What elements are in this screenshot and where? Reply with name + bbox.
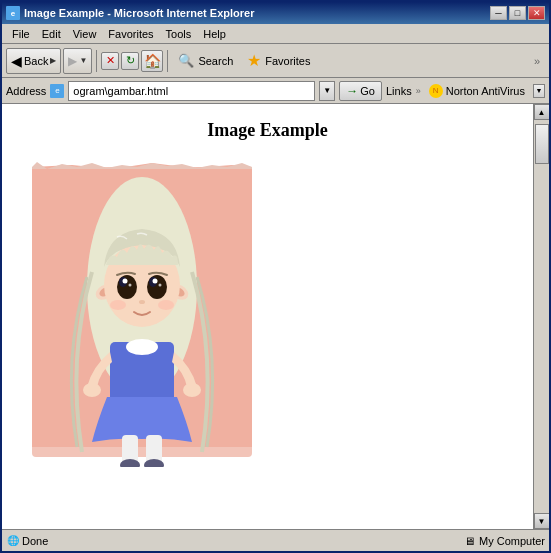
links-more-icon[interactable]: » (416, 86, 421, 96)
norton-label: Norton AntiVirus (446, 85, 525, 97)
computer-icon: 🖥 (464, 535, 475, 547)
status-right: 🖥 My Computer (464, 535, 545, 547)
scroll-thumb[interactable] (535, 124, 549, 164)
content-area[interactable]: Image Example (2, 104, 533, 529)
toolbar-separator-1 (96, 50, 97, 72)
svg-point-17 (129, 284, 132, 287)
stop-icon: ✕ (106, 54, 115, 67)
svg-point-5 (126, 339, 158, 355)
home-button[interactable]: 🏠 (141, 50, 163, 72)
status-text: Done (22, 535, 462, 547)
forward-dropdown-icon: ▼ (79, 56, 87, 65)
title-buttons: ─ □ ✕ (490, 6, 545, 20)
favorites-star-icon: ★ (247, 51, 261, 70)
svg-point-12 (147, 275, 167, 299)
scroll-up-arrow[interactable]: ▲ (534, 104, 550, 120)
menu-view[interactable]: View (67, 26, 103, 42)
page-content: Image Example (2, 104, 533, 483)
menu-favorites[interactable]: Favorites (102, 26, 159, 42)
anime-svg (22, 157, 262, 467)
close-button[interactable]: ✕ (528, 6, 545, 20)
norton-icon: N (429, 84, 443, 98)
svg-point-11 (117, 275, 137, 299)
norton-antivirus-button[interactable]: N Norton AntiVirus (425, 83, 529, 99)
title-bar-left: e Image Example - Microsoft Internet Exp… (6, 6, 254, 20)
refresh-button[interactable]: ↻ (121, 52, 139, 70)
title-bar: e Image Example - Microsoft Internet Exp… (2, 2, 549, 24)
status-icon: 🌐 (6, 534, 20, 548)
svg-point-19 (139, 300, 145, 304)
links-label: Links (386, 85, 412, 97)
search-icon: 🔍 (178, 53, 194, 68)
forward-arrow-icon: ▶ (68, 54, 77, 68)
computer-label: My Computer (479, 535, 545, 547)
links-area: Links » (386, 85, 421, 97)
address-dropdown[interactable]: ▼ (319, 81, 335, 101)
norton-dropdown-icon: ▼ (536, 87, 543, 94)
menu-tools[interactable]: Tools (160, 26, 198, 42)
address-input[interactable]: ogram\gambar.html (68, 81, 315, 101)
go-button[interactable]: → Go (339, 81, 382, 101)
maximize-button[interactable]: □ (509, 6, 526, 20)
svg-point-23 (183, 383, 201, 397)
toolbar-separator-2 (167, 50, 168, 72)
svg-point-18 (159, 284, 162, 287)
scroll-track[interactable] (534, 120, 550, 513)
toolbar-more[interactable]: » (529, 53, 545, 69)
status-bar: 🌐 Done 🖥 My Computer (2, 529, 549, 551)
stop-button[interactable]: ✕ (101, 52, 119, 70)
content-wrapper: Image Example (2, 104, 549, 529)
go-label: Go (360, 85, 375, 97)
minimize-button[interactable]: ─ (490, 6, 507, 20)
address-page-icon: e (50, 84, 64, 98)
svg-point-16 (153, 279, 158, 284)
ie-icon: e (6, 6, 20, 20)
svg-point-21 (158, 300, 174, 310)
search-label: Search (198, 55, 233, 67)
vertical-scrollbar[interactable]: ▲ ▼ (533, 104, 549, 529)
menu-bar: File Edit View Favorites Tools Help (2, 24, 549, 44)
scroll-down-arrow[interactable]: ▼ (534, 513, 550, 529)
window-title: Image Example - Microsoft Internet Explo… (24, 7, 254, 19)
address-bar: Address e ogram\gambar.html ▼ → Go Links… (2, 78, 549, 104)
svg-point-15 (123, 279, 128, 284)
address-value: ogram\gambar.html (73, 85, 168, 97)
refresh-icon: ↻ (126, 54, 135, 67)
more-icon: » (534, 55, 540, 67)
back-label: Back (24, 55, 48, 67)
menu-edit[interactable]: Edit (36, 26, 67, 42)
svg-point-22 (83, 383, 101, 397)
toolbar: ◀ Back ▶ ▶ ▼ ✕ ↻ 🏠 🔍 Search ★ Favorites … (2, 44, 549, 78)
anime-image (22, 157, 262, 467)
forward-button[interactable]: ▶ ▼ (63, 48, 92, 74)
norton-dropdown[interactable]: ▼ (533, 84, 545, 98)
menu-help[interactable]: Help (197, 26, 232, 42)
menu-file[interactable]: File (6, 26, 36, 42)
home-icon: 🏠 (144, 53, 161, 69)
favorites-button[interactable]: ★ Favorites (241, 48, 316, 74)
address-dropdown-icon: ▼ (323, 86, 331, 95)
back-dropdown-icon: ▶ (50, 56, 56, 65)
search-button[interactable]: 🔍 Search (172, 48, 239, 74)
back-button[interactable]: ◀ Back ▶ (6, 48, 61, 74)
browser-window: e Image Example - Microsoft Internet Exp… (0, 0, 551, 553)
svg-point-20 (110, 300, 126, 310)
back-arrow-icon: ◀ (11, 53, 22, 69)
favorites-label: Favorites (265, 55, 310, 67)
go-arrow-icon: → (346, 84, 358, 98)
page-title: Image Example (22, 120, 513, 141)
address-label: Address (6, 85, 46, 97)
